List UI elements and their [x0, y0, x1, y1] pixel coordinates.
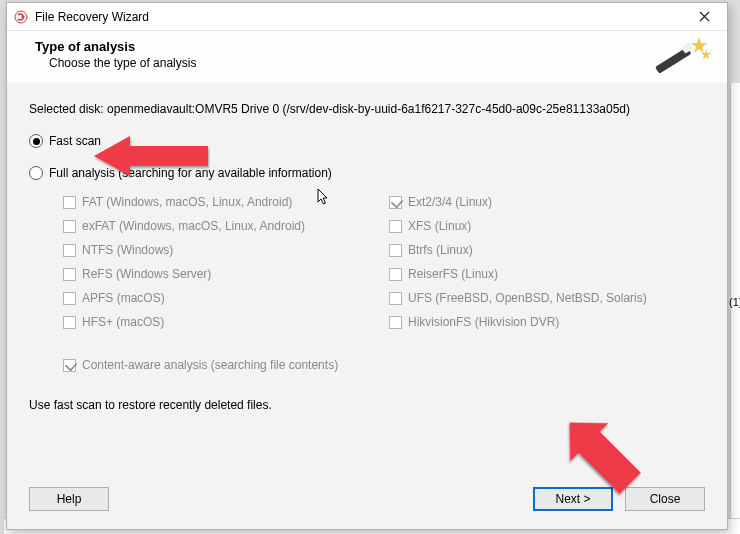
window-close-button[interactable] — [683, 3, 725, 31]
fs-label: Ext2/3/4 (Linux) — [408, 195, 492, 209]
fs-label: Btrfs (Linux) — [408, 243, 473, 257]
checkbox-icon — [63, 359, 76, 372]
side-count: (1) — [729, 296, 740, 308]
selected-disk-label: Selected disk: openmediavault:OMVR5 Driv… — [29, 102, 705, 116]
fs-column-right: Ext2/3/4 (Linux) XFS (Linux) Btrfs (Linu… — [389, 190, 705, 334]
radio-icon — [29, 166, 43, 180]
fs-option-hikvision[interactable]: HikvisionFS (Hikvision DVR) — [389, 310, 705, 334]
fs-column-left: FAT (Windows, macOS, Linux, Android) exF… — [63, 190, 379, 334]
fs-option-ext[interactable]: Ext2/3/4 (Linux) — [389, 190, 705, 214]
checkbox-icon — [389, 268, 402, 281]
fs-option-apfs[interactable]: APFS (macOS) — [63, 286, 379, 310]
wizard-footer: Help Next > Close — [7, 479, 727, 529]
titlebar: File Recovery Wizard — [7, 3, 727, 31]
radio-icon — [29, 134, 43, 148]
checkbox-icon — [63, 316, 76, 329]
close-button[interactable]: Close — [625, 487, 705, 511]
svg-marker-2 — [691, 37, 707, 53]
window-title: File Recovery Wizard — [35, 10, 683, 24]
hint-text: Use fast scan to restore recently delete… — [29, 398, 705, 412]
page-title: Type of analysis — [35, 39, 705, 54]
page-subtitle: Choose the type of analysis — [49, 56, 705, 70]
fs-option-btrfs[interactable]: Btrfs (Linux) — [389, 238, 705, 262]
fs-label: HikvisionFS (Hikvision DVR) — [408, 315, 559, 329]
content-aware-label: Content-aware analysis (searching file c… — [82, 358, 338, 372]
fs-label: HFS+ (macOS) — [82, 315, 164, 329]
next-button[interactable]: Next > — [533, 487, 613, 511]
wizard-icon — [651, 33, 711, 79]
fast-scan-label: Fast scan — [49, 134, 101, 148]
wizard-body: Selected disk: openmediavault:OMVR5 Driv… — [7, 82, 727, 479]
fs-label: NTFS (Windows) — [82, 243, 173, 257]
full-analysis-radio[interactable]: Full analysis (searching for any availab… — [29, 166, 705, 180]
fs-label: ReFS (Windows Server) — [82, 267, 211, 281]
full-analysis-label: Full analysis (searching for any availab… — [49, 166, 332, 180]
close-icon — [699, 11, 710, 22]
fs-option-xfs[interactable]: XFS (Linux) — [389, 214, 705, 238]
fs-option-hfs[interactable]: HFS+ (macOS) — [63, 310, 379, 334]
checkbox-icon — [389, 316, 402, 329]
checkbox-icon — [389, 196, 402, 209]
content-aware-checkbox[interactable]: Content-aware analysis (searching file c… — [63, 358, 705, 372]
fs-label: ReiserFS (Linux) — [408, 267, 498, 281]
fast-scan-radio[interactable]: Fast scan — [29, 134, 705, 148]
svg-point-0 — [15, 11, 27, 23]
wizard-window: File Recovery Wizard Type of analysis Ch… — [6, 2, 728, 530]
fs-label: APFS (macOS) — [82, 291, 165, 305]
fs-label: FAT (Windows, macOS, Linux, Android) — [82, 195, 292, 209]
fs-option-exfat[interactable]: exFAT (Windows, macOS, Linux, Android) — [63, 214, 379, 238]
checkbox-icon — [389, 244, 402, 257]
checkbox-icon — [63, 196, 76, 209]
app-icon — [13, 9, 29, 25]
checkbox-icon — [63, 292, 76, 305]
fs-label: exFAT (Windows, macOS, Linux, Android) — [82, 219, 305, 233]
fs-option-fat[interactable]: FAT (Windows, macOS, Linux, Android) — [63, 190, 379, 214]
wizard-header: Type of analysis Choose the type of anal… — [7, 31, 727, 82]
fs-option-ntfs[interactable]: NTFS (Windows) — [63, 238, 379, 262]
fs-option-ufs[interactable]: UFS (FreeBSD, OpenBSD, NetBSD, Solaris) — [389, 286, 705, 310]
filesystem-options: FAT (Windows, macOS, Linux, Android) exF… — [63, 190, 705, 334]
help-button[interactable]: Help — [29, 487, 109, 511]
fs-label: XFS (Linux) — [408, 219, 471, 233]
fs-option-reiserfs[interactable]: ReiserFS (Linux) — [389, 262, 705, 286]
checkbox-icon — [389, 292, 402, 305]
fs-label: UFS (FreeBSD, OpenBSD, NetBSD, Solaris) — [408, 291, 647, 305]
fs-option-refs[interactable]: ReFS (Windows Server) — [63, 262, 379, 286]
checkbox-icon — [63, 244, 76, 257]
checkbox-icon — [63, 220, 76, 233]
checkbox-icon — [63, 268, 76, 281]
svg-point-1 — [22, 15, 25, 18]
checkbox-icon — [389, 220, 402, 233]
